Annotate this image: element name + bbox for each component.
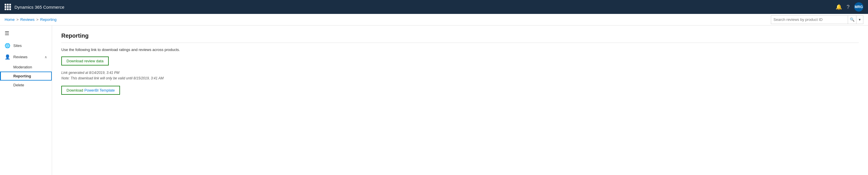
- sidebar-sub-item-moderation[interactable]: Moderation: [0, 62, 52, 72]
- search-input[interactable]: [771, 17, 848, 22]
- link-generated-text: Link generated at 8/14/2019, 3:41 PM: [61, 70, 859, 76]
- sidebar-item-reviews[interactable]: 👤 Reviews ∧: [0, 51, 52, 62]
- breadcrumb-home[interactable]: Home: [5, 17, 15, 22]
- globe-icon: 🌐: [5, 43, 10, 48]
- download-powerbi-prefix: Download: [66, 88, 83, 93]
- breadcrumb-reviews[interactable]: Reviews: [20, 17, 34, 22]
- link-info: Link generated at 8/14/2019, 3:41 PM Not…: [61, 70, 859, 81]
- download-review-data-button[interactable]: Download review data: [61, 56, 109, 66]
- page-title: Reporting: [61, 32, 859, 43]
- breadcrumb: Home > Reviews > Reporting: [5, 17, 56, 22]
- top-bar: Dynamics 365 Commerce 🔔 ? MRG: [0, 0, 868, 14]
- main-layout: ☰ 🌐 Sites 👤 Reviews ∧ Moderation Reporti…: [0, 25, 868, 175]
- top-bar-right: 🔔 ? MRG: [836, 2, 863, 11]
- breadcrumb-bar: Home > Reviews > Reporting 🔍 ▾: [0, 14, 868, 25]
- content-description: Use the following link to download ratin…: [61, 48, 859, 52]
- breadcrumb-current: Reporting: [40, 17, 56, 22]
- search-button[interactable]: 🔍: [848, 15, 856, 24]
- help-icon[interactable]: ?: [847, 4, 849, 10]
- notifications-icon[interactable]: 🔔: [836, 4, 842, 10]
- main-content: Reporting Use the following link to down…: [52, 25, 868, 175]
- app-title: Dynamics 365 Commerce: [14, 5, 64, 9]
- search-dropdown-button[interactable]: ▾: [856, 15, 863, 24]
- download-powerbi-button[interactable]: Download PowerBI Template: [61, 86, 120, 95]
- breadcrumb-sep-1: >: [17, 17, 19, 22]
- sidebar-item-sites-label: Sites: [13, 44, 47, 48]
- user-avatar[interactable]: MRG: [854, 2, 863, 11]
- chevron-up-icon: ∧: [44, 55, 47, 59]
- hamburger-menu[interactable]: ☰: [0, 28, 52, 39]
- sidebar-sub-item-delete[interactable]: Delete: [0, 80, 52, 90]
- sidebar: ☰ 🌐 Sites 👤 Reviews ∧ Moderation Reporti…: [0, 25, 52, 175]
- breadcrumb-sep-2: >: [36, 17, 38, 22]
- search-box: 🔍 ▾: [771, 15, 863, 24]
- person-icon: 👤: [5, 54, 10, 60]
- app-grid-icon[interactable]: [5, 4, 11, 10]
- sidebar-item-reviews-label: Reviews: [13, 55, 42, 59]
- top-bar-left: Dynamics 365 Commerce: [5, 4, 64, 10]
- powerbi-template-link[interactable]: PowerBI Template: [85, 88, 115, 93]
- link-note-text: Note: This download link will only be va…: [61, 76, 859, 81]
- sidebar-sub-item-reporting[interactable]: Reporting: [0, 72, 52, 80]
- sidebar-item-sites[interactable]: 🌐 Sites: [0, 40, 52, 51]
